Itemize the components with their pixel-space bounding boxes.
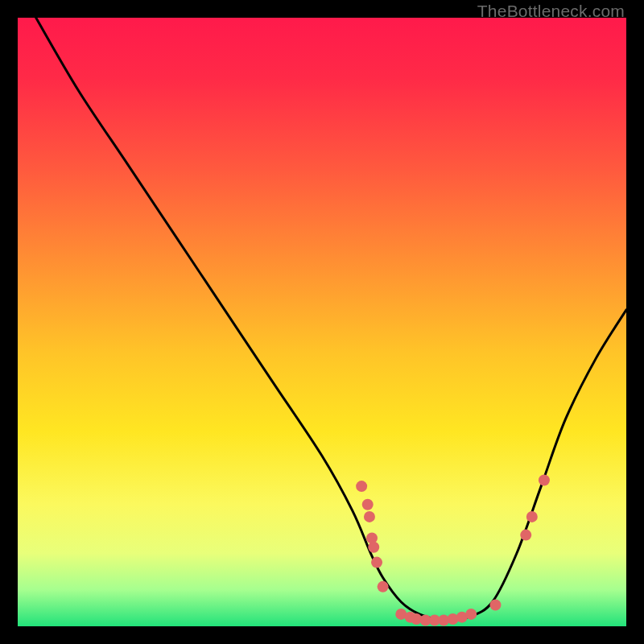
marker-point	[520, 530, 531, 541]
marker-point	[465, 609, 477, 620]
marker-point	[539, 475, 550, 486]
chart-background	[18, 18, 626, 626]
marker-point	[362, 499, 374, 510]
marker-point	[489, 600, 501, 611]
marker-point	[356, 481, 367, 492]
marker-point	[368, 542, 379, 553]
marker-point	[364, 511, 375, 522]
marker-point	[526, 511, 538, 522]
chart-frame	[18, 18, 626, 626]
marker-point	[371, 557, 382, 568]
chart-svg	[18, 18, 626, 626]
marker-point	[378, 581, 389, 592]
